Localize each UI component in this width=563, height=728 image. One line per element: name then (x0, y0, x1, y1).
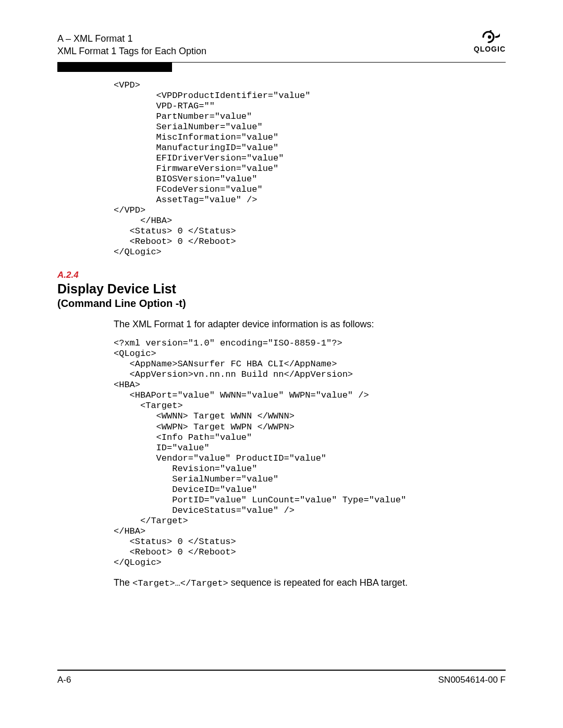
content-area-2: The XML Format 1 for adapter device info… (114, 319, 506, 588)
footer-doc-id: SN0054614-00 F (438, 675, 506, 685)
section-number: A.2.4 (57, 270, 506, 280)
header-line2: XML Format 1 Tags for Each Option (57, 45, 206, 57)
code-block-devicelist: <?xml version="1.0" encoding="ISO-8859-1… (114, 338, 506, 568)
header-line1: A – XML Format 1 (57, 32, 206, 45)
qlogic-logo-icon (479, 30, 500, 44)
svg-point-0 (488, 35, 491, 39)
page-footer: A-6 SN0054614-00 F (57, 670, 506, 685)
body-note-mono: <Target>…</Target> (132, 578, 228, 588)
qlogic-logo: QLOGIC (474, 30, 506, 53)
footer-page-number: A-6 (57, 675, 71, 685)
body-note-post: sequence is repeated for each HBA target… (228, 577, 408, 588)
page: A – XML Format 1 XML Format 1 Tags for E… (0, 0, 563, 728)
header-text-block: A – XML Format 1 XML Format 1 Tags for E… (57, 32, 206, 58)
section-header-block: A.2.4 Display Device List (Command Line … (57, 270, 506, 310)
body-note-pre: The (114, 577, 132, 588)
section-title: Display Device List (57, 281, 506, 297)
section-subtitle: (Command Line Option -t) (57, 298, 506, 310)
body-intro-text: The XML Format 1 for adapter device info… (114, 319, 506, 330)
body-note-text: The <Target>…</Target> sequence is repea… (114, 577, 506, 588)
page-header: A – XML Format 1 XML Format 1 Tags for E… (57, 32, 506, 63)
content-area: <VPD> <VPDProductIdentifier="value" VPD-… (114, 80, 506, 258)
qlogic-logo-text: QLOGIC (474, 45, 506, 53)
header-black-bar (57, 63, 172, 72)
code-block-vpd: <VPD> <VPDProductIdentifier="value" VPD-… (114, 80, 506, 258)
